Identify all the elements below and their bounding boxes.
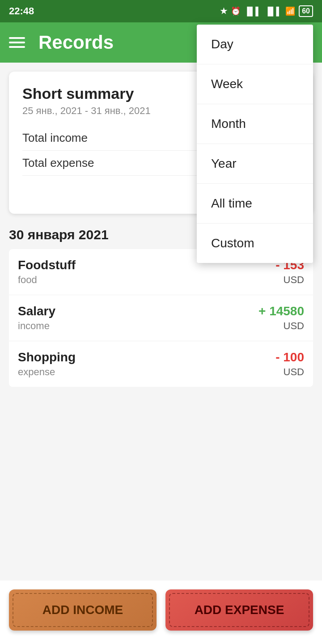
status-bar: 22:48 ★ ⏰ ▐▌▌ ▐▌▌ 📶 60 — [0, 0, 322, 22]
dropdown-item-month[interactable]: Month — [197, 104, 313, 144]
total-income-label: Total income — [22, 131, 88, 145]
amount-currency: USD — [258, 320, 304, 332]
amount-value: - 100 — [275, 350, 304, 364]
signal-icon: ▐▌▌ — [244, 7, 261, 16]
alarm-icon: ⏰ — [231, 6, 241, 16]
menu-button[interactable] — [9, 37, 25, 48]
transaction-row[interactable]: Salary income + 14580 USD — [9, 295, 313, 341]
transaction-row[interactable]: Shopping expense - 100 USD — [9, 341, 313, 387]
transaction-info: Foodstuff food — [18, 258, 76, 286]
transaction-category: expense — [18, 366, 76, 378]
transaction-category: food — [18, 274, 76, 286]
status-icons: ★ ⏰ ▐▌▌ ▐▌▌ 📶 60 — [220, 5, 313, 17]
bluetooth-icon: ★ — [220, 6, 227, 16]
transactions-list: Foodstuff food - 153 USD Salary income +… — [9, 249, 313, 387]
dropdown-item-custom[interactable]: Custom — [197, 224, 313, 263]
transaction-name: Foodstuff — [18, 258, 76, 272]
signal2-icon: ▐▌▌ — [265, 7, 282, 16]
time: 22:48 — [9, 5, 34, 17]
bottom-action-bar: ADD INCOME ADD EXPENSE — [0, 580, 322, 644]
transaction-amount: + 14580 USD — [258, 304, 304, 332]
transaction-category: income — [18, 320, 55, 332]
add-income-button[interactable]: ADD INCOME — [9, 589, 157, 631]
add-expense-button[interactable]: ADD EXPENSE — [165, 589, 313, 631]
transaction-info: Salary income — [18, 304, 55, 332]
dropdown-item-day[interactable]: Day — [197, 25, 313, 64]
transaction-name: Salary — [18, 304, 55, 318]
transaction-info: Shopping expense — [18, 350, 76, 378]
dropdown-item-week[interactable]: Week — [197, 64, 313, 104]
wifi-icon: 📶 — [285, 6, 295, 16]
transaction-name: Shopping — [18, 350, 76, 364]
total-expense-label: Total expense — [22, 156, 94, 170]
amount-currency: USD — [275, 274, 304, 286]
amount-value: + 14580 — [258, 304, 304, 318]
dropdown-item-year[interactable]: Year — [197, 144, 313, 184]
dropdown-item-alltime[interactable]: All time — [197, 184, 313, 224]
period-dropdown-menu[interactable]: Day Week Month Year All time Custom — [197, 25, 313, 263]
amount-currency: USD — [275, 366, 304, 378]
battery-indicator: 60 — [299, 5, 313, 17]
transaction-amount: - 100 USD — [275, 350, 304, 378]
